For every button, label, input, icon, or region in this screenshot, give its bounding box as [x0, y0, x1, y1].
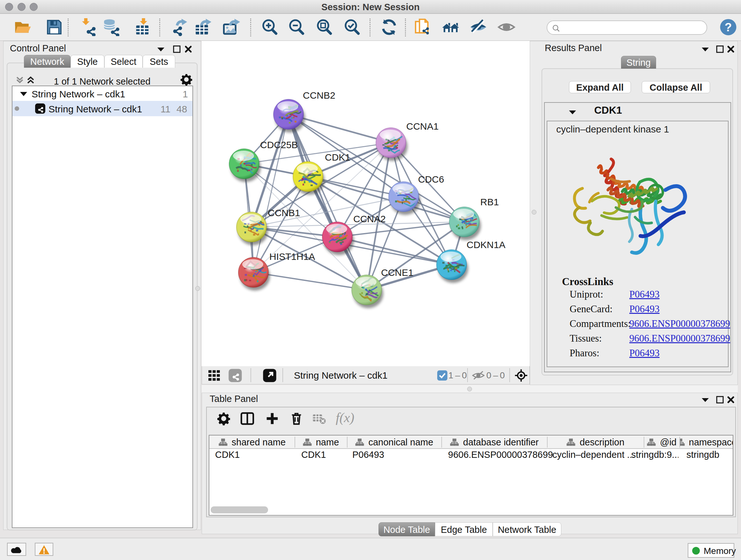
svg-text:CCNB1: CCNB1	[268, 207, 300, 218]
svg-text:CCNE1: CCNE1	[381, 267, 414, 278]
svg-text:CDKN1A: CDKN1A	[467, 240, 506, 250]
svg-text:CCNA2: CCNA2	[353, 213, 386, 224]
svg-text:CDC6: CDC6	[418, 174, 444, 185]
svg-text:?: ?	[725, 21, 732, 34]
svg-text:CCNA1: CCNA1	[406, 121, 439, 132]
svg-text:RB1: RB1	[480, 197, 499, 207]
svg-text:CDK1: CDK1	[325, 152, 350, 163]
svg-text:CCNB2: CCNB2	[303, 90, 335, 101]
svg-text:CDC25B: CDC25B	[260, 139, 298, 150]
svg-text:HIST1H1A: HIST1H1A	[269, 251, 315, 262]
